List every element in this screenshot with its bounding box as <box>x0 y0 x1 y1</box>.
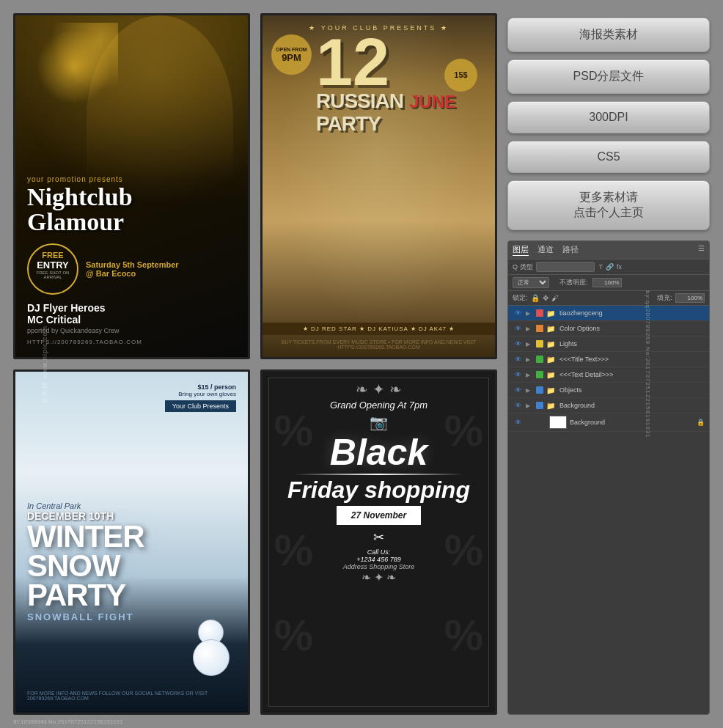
bottom-info: ID:10398943 No:20170725122158191031 <box>13 718 710 725</box>
folder-icon: 📁 <box>546 309 557 317</box>
layer-expand-arrow[interactable]: ▶ <box>526 356 533 363</box>
poster4-grand: Grand Opening At 7pm <box>330 400 427 411</box>
layer-name-label: Background <box>559 402 705 409</box>
layer-item[interactable]: 👁▶📁Objects <box>508 383 709 398</box>
layer-visibility-icon[interactable]: 👁 <box>513 323 523 334</box>
layers-icon-fx: fx <box>617 263 622 271</box>
layer-expand-arrow[interactable]: ▶ <box>526 387 533 394</box>
folder-icon: 📁 <box>546 325 557 333</box>
poster3-top: $15 / person Bring your own gloves Your … <box>27 383 236 412</box>
layer-visibility-icon[interactable]: 👁 <box>513 400 523 411</box>
poster4-divider <box>294 474 463 475</box>
layer-color-label <box>536 402 543 409</box>
poster3-title: WINTER SNOW PARTY <box>27 522 236 610</box>
layers-mode-select[interactable]: 正常 <box>513 277 549 288</box>
layer-item[interactable]: 👁Background🔒 <box>508 413 709 432</box>
btn-poster-material[interactable]: 海报类素材 <box>507 18 710 52</box>
layer-name-label: tiaozhengceng <box>559 309 705 317</box>
layers-icon-T: T <box>599 263 603 271</box>
poster-nightclub[interactable]: your promotion presents Nightclub Glamou… <box>13 13 250 359</box>
layers-list: 👁▶📁tiaozhengceng👁▶📁Color Options👁▶📁Light… <box>508 306 709 432</box>
layer-expand-arrow[interactable]: ▶ <box>526 402 533 409</box>
poster4-ribbon: 27 November <box>337 506 421 525</box>
poster2-open: OPEN FROM 9PM <box>271 34 312 75</box>
poster1-badge: FREE ENTRY FREE SHOT ON ARRIVAL <box>27 243 78 295</box>
poster1-supported: pported by Quickandeasy Crew <box>27 327 236 334</box>
poster-russian[interactable]: YOUR CLUB PRESENTS OPEN FROM 9PM 12 RUSS… <box>260 13 497 359</box>
layer-expand-arrow[interactable]: ▶ <box>526 310 533 317</box>
right-panel: 海报类素材 PSD分层文件 300DPI CS5 更多素材请 点击个人主页 图层… <box>507 13 710 715</box>
poster2-date-num: 12 <box>316 34 456 91</box>
opacity-input[interactable] <box>592 278 622 287</box>
poster1-promo: your promotion presents <box>27 175 236 183</box>
layer-expand-arrow[interactable]: ▶ <box>526 326 533 332</box>
poster4-address: Address Shopping Store <box>343 563 415 570</box>
poster2-russian: RUSSIAN <box>316 91 403 111</box>
scissors-icon: ✂ <box>373 529 384 545</box>
layer-color-label <box>536 356 543 363</box>
layer-item[interactable]: 👁▶📁Background <box>508 398 709 413</box>
btn-psd-layers[interactable]: PSD分层文件 <box>507 59 710 94</box>
poster4-black: Black <box>330 434 427 471</box>
layer-visibility-icon[interactable]: 👁 <box>513 369 523 380</box>
folder-icon: 📁 <box>546 356 557 364</box>
layer-expand-arrow[interactable]: ▶ <box>526 341 533 348</box>
tab-channels[interactable]: 通道 <box>537 244 554 256</box>
camera-icon: 📷 <box>370 413 388 431</box>
watermark-right: by:qq200789269 No:20170725122158191031 <box>645 290 651 438</box>
layer-name-label: Objects <box>559 386 705 394</box>
layer-expand-arrow[interactable]: ▶ <box>526 372 533 378</box>
poster2-price: 15$ <box>444 59 477 92</box>
layer-visibility-icon[interactable]: 👁 <box>513 354 523 364</box>
layers-header: 图层 通道 路径 ☰ <box>508 241 709 260</box>
btn-more-material[interactable]: 更多素材请 点击个人主页 <box>507 180 710 230</box>
lock-label: 锁定: <box>513 293 528 303</box>
layer-color-label <box>536 371 543 378</box>
posters-grid: your promotion presents Nightclub Glamou… <box>13 13 497 715</box>
poster1-date: Saturday 5th September @ Bar Ecoco <box>86 260 179 278</box>
layer-visibility-icon[interactable]: 👁 <box>513 385 523 395</box>
poster2-party: PARTY <box>316 112 456 136</box>
layer-color-label <box>536 309 543 317</box>
move-icon: ✥ <box>543 294 548 302</box>
layers-mode-row: 正常 不透明度: <box>508 275 709 291</box>
layer-color-label <box>536 386 543 394</box>
folder-icon: 📁 <box>546 340 557 348</box>
layers-menu-icon[interactable]: ☰ <box>698 244 705 256</box>
brush-icon: 🖌 <box>551 294 559 302</box>
folder-icon: 📁 <box>546 402 557 410</box>
layers-icon-link: 🔗 <box>606 263 614 271</box>
layer-visibility-icon[interactable]: 👁 <box>513 308 523 318</box>
layer-visibility-icon[interactable]: 👁 <box>513 417 523 427</box>
layer-item[interactable]: 👁▶📁Color Options <box>508 321 709 337</box>
layers-search-input[interactable] <box>536 262 595 272</box>
layers-search-label: Q 类型 <box>513 262 533 272</box>
tab-paths[interactable]: 路径 <box>562 244 579 256</box>
btn-300dpi[interactable]: 300DPI <box>507 101 710 133</box>
poster2-djs: ★ DJ RED STAR ★ DJ KATIUSA ★ DJ AK47 ★ <box>263 323 495 335</box>
poster2-footer: BUY TICKETS FROM EVERY MUSIC STORE • FOR… <box>263 339 495 350</box>
layer-item[interactable]: 👁▶📁tiaozhengceng <box>508 306 709 321</box>
layers-panel: 图层 通道 路径 ☰ Q 类型 T 🔗 fx 正常 不透明度: 锁定: <box>507 240 710 715</box>
layer-color-label <box>536 340 543 348</box>
poster4-call: Call Us: +1234 456 789 <box>356 548 400 563</box>
layer-item[interactable]: 👁▶📁Lights <box>508 337 709 352</box>
poster3-central: In Central Park <box>27 457 236 510</box>
layer-item[interactable]: 👁▶📁<<<Text Detail>>> <box>508 367 709 383</box>
tab-layers[interactable]: 图层 <box>513 244 529 256</box>
btn-cs5[interactable]: CS5 <box>507 141 710 173</box>
layer-thumbnail <box>549 416 567 429</box>
poster4-ornament-bot: ❧ ✦ ❧ <box>362 570 397 584</box>
layer-visibility-icon[interactable]: 👁 <box>513 339 523 349</box>
opacity-label: 不透明度: <box>559 278 588 287</box>
poster-winter[interactable]: $15 / person Bring your own gloves Your … <box>13 369 250 716</box>
poster-blackfriday[interactable]: % % % % % % ❧ ✦ ❧ Grand Opening At 7pm 📷… <box>260 369 497 716</box>
fill-input[interactable] <box>675 293 705 303</box>
poster1-url: HTTPS://200789269.TAOBAO.COM <box>27 339 236 345</box>
poster1-title: Nightclub Glamour <box>27 185 236 235</box>
layer-name-label: Background <box>570 419 694 426</box>
layer-lock-icon: 🔒 <box>697 419 705 426</box>
fill-label: 填充: <box>657 293 672 303</box>
layer-name-label: Color Options <box>559 325 705 332</box>
layer-item[interactable]: 👁▶📁<<<Title Text>>> <box>508 352 709 367</box>
